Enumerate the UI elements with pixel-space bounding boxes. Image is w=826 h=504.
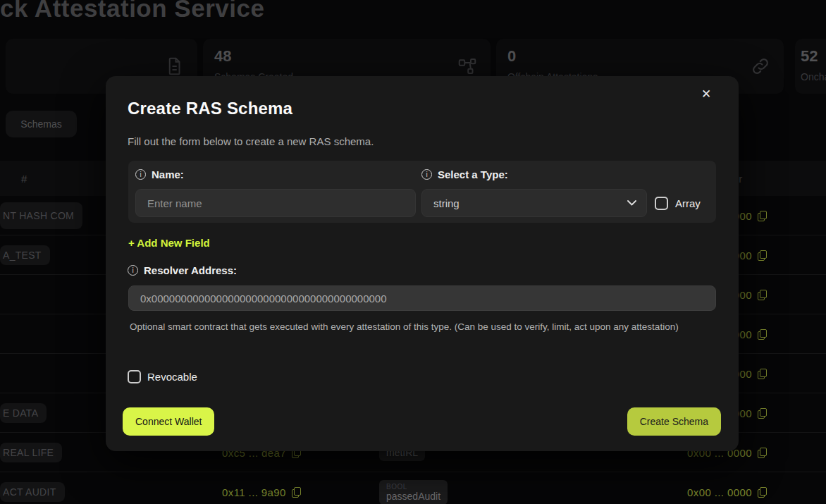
- add-new-field-button[interactable]: + Add New Field: [128, 237, 210, 249]
- stat-label: Onchain Attestations: [801, 71, 826, 82]
- close-icon[interactable]: ✕: [698, 86, 715, 103]
- schema-type-badge: BOOL passedAudit: [379, 480, 448, 504]
- resolver-label-row: i Resolver Address:: [128, 264, 237, 276]
- name-label: Name:: [152, 168, 184, 180]
- app-root: ck Attestation Service 48 Schemas Create…: [0, 0, 826, 504]
- type-select-value: string: [433, 197, 460, 209]
- resolver-address-input[interactable]: [128, 285, 716, 311]
- resolver-help-text: Optional smart contract that gets execut…: [130, 320, 686, 334]
- document-icon: [164, 56, 185, 77]
- type-label-row: i Select a Type:: [421, 168, 508, 180]
- info-icon: i: [128, 265, 138, 276]
- column-header-number: #: [21, 173, 27, 185]
- modal-title: Create RAS Schema: [128, 99, 292, 118]
- create-schema-button[interactable]: Create Schema: [627, 407, 721, 436]
- modal-subtitle: Fill out the form below to create a new …: [128, 135, 374, 147]
- modal-footer: Connect Wallet Create Schema: [106, 407, 739, 436]
- tab-schemas[interactable]: Schemas: [6, 111, 77, 137]
- page-title: ck Attestation Service: [0, 0, 264, 23]
- stat-value: 52: [801, 47, 818, 66]
- info-icon: i: [421, 169, 432, 180]
- copy-icon[interactable]: [758, 329, 767, 340]
- info-icon: i: [135, 169, 146, 180]
- array-checkbox[interactable]: [655, 197, 668, 210]
- network-icon: [457, 56, 478, 77]
- connect-wallet-button[interactable]: Connect Wallet: [123, 407, 214, 436]
- schema-name-badge: REAL LIFE: [0, 443, 62, 462]
- schema-name-badge: ACT AUDIT: [0, 482, 65, 502]
- copy-icon[interactable]: [758, 408, 767, 419]
- copy-icon[interactable]: [758, 369, 767, 379]
- schema-name-badge: NT HASH COM: [0, 202, 82, 229]
- copy-icon[interactable]: [758, 211, 767, 221]
- uid-text: 0x11 ... 9a90: [222, 486, 286, 498]
- attester-text: 0x00 ... 0000: [687, 486, 752, 498]
- schema-field-name: passedAudit: [386, 491, 440, 502]
- schema-field-row: i Name: i Select a Type: string Array: [128, 161, 716, 223]
- tab-schemas-label: Schemas: [20, 118, 61, 130]
- copy-icon[interactable]: [292, 487, 301, 498]
- revocable-checkbox[interactable]: [128, 370, 141, 383]
- array-option: Array: [655, 189, 701, 217]
- link-icon: [750, 56, 771, 77]
- revocable-label: Revocable: [147, 371, 197, 383]
- chevron-down-icon: [627, 200, 636, 206]
- schema-name-badge: A_TEST: [0, 245, 50, 265]
- type-select[interactable]: string: [421, 189, 647, 217]
- name-input[interactable]: [135, 189, 416, 217]
- copy-icon[interactable]: [758, 250, 767, 261]
- resolver-label: Resolver Address:: [144, 264, 237, 276]
- type-label: Select a Type:: [438, 168, 508, 180]
- table-row[interactable]: ACT AUDIT 0x11 ... 9a90 BOOL passedAudit: [0, 472, 826, 504]
- schema-field-type: BOOL: [386, 483, 440, 491]
- stat-value: 48: [214, 47, 231, 66]
- create-schema-modal: ✕ Create RAS Schema Fill out the form be…: [106, 76, 739, 451]
- copy-icon[interactable]: [758, 487, 767, 498]
- stat-card-onchain: 52 Onchain Attestations: [795, 39, 826, 94]
- name-label-row: i Name:: [135, 168, 184, 180]
- stat-value: 0: [507, 47, 516, 66]
- attester-value[interactable]: 0x00 ... 0000: [687, 486, 767, 498]
- schema-name-badge: E DATA: [0, 403, 47, 423]
- copy-icon[interactable]: [758, 290, 767, 300]
- copy-icon[interactable]: [758, 448, 767, 458]
- uid-value[interactable]: 0x11 ... 9a90: [222, 486, 301, 498]
- revocable-option: Revocable: [128, 370, 197, 383]
- array-label: Array: [675, 197, 701, 209]
